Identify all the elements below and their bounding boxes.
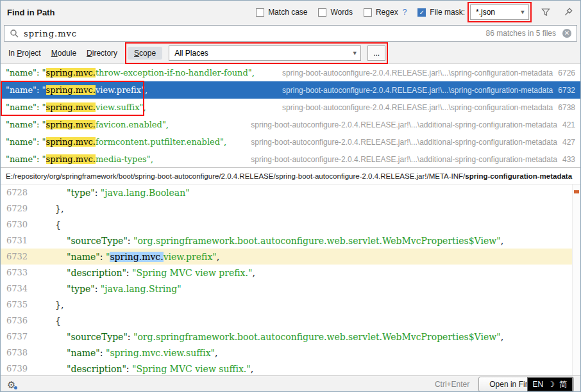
code-line[interactable]: 6734"type": "java.lang.String" [1, 281, 580, 297]
funnel-icon [541, 8, 550, 17]
scope-group: Scope All Places ▼ ... [128, 45, 385, 61]
scope-browse-button[interactable]: ... [367, 45, 385, 61]
scope-combobox[interactable]: All Places ▼ [169, 45, 361, 61]
result-file-path: spring-boot-autoconfigure-2.0.4.RELEASE.… [251, 138, 557, 147]
match-highlight: spring.mvc. [46, 137, 96, 147]
code-line[interactable]: 6736{ [1, 313, 580, 329]
match-case-checkbox[interactable]: ✓ Match case [256, 8, 307, 17]
result-line-number: 433 [562, 155, 575, 164]
file-mask-checkbox-box[interactable]: ✓ [417, 8, 426, 17]
scope-tab-module[interactable]: Module [51, 49, 76, 58]
page-title: Find in Path [7, 8, 55, 17]
code-text: "type": "java.lang.String" [38, 284, 181, 294]
line-number: 6735 [1, 300, 38, 309]
file-mask-annotation-wrap: *.json ▼ [470, 4, 529, 20]
ime-language: EN [533, 380, 544, 389]
file-mask-combobox[interactable]: *.json ▼ [470, 4, 529, 20]
regex-checkbox[interactable]: ✓ Regex ? [364, 8, 407, 17]
code-text: { [38, 220, 61, 230]
match-case-label: Match case [268, 8, 307, 17]
search-icon[interactable] [10, 29, 19, 38]
code-line[interactable]: 6733"description": "Spring MVC view pref… [1, 265, 580, 281]
chevron-down-icon[interactable]: ▼ [517, 9, 528, 15]
results-list: "name": "spring.mvc.throw-exception-if-n… [1, 63, 580, 167]
scope-selected-slot: Scope [128, 47, 162, 60]
line-number: 6736 [1, 316, 38, 325]
code-line[interactable]: 6732"name": "spring.mvc.view.prefix", [1, 249, 580, 265]
code-line[interactable]: 6728"type": "java.lang.Boolean" [1, 184, 580, 200]
regex-help-link[interactable]: ? [403, 8, 407, 17]
result-line-number: 6738 [558, 103, 575, 112]
clear-search-button[interactable]: ✕ [562, 29, 571, 38]
code-text: { [38, 316, 61, 326]
code-line[interactable]: 6735}, [1, 297, 580, 313]
line-number: 6728 [1, 188, 38, 197]
error-stripe-mark[interactable] [574, 190, 579, 193]
status-bar: ⚙ Ctrl+Enter Open in Find Window EN ☽ 简 [1, 375, 580, 392]
result-row[interactable]: "name": "spring.mvc.formcontent.putfilte… [1, 133, 580, 151]
match-highlight: spring.mvc. [46, 68, 96, 78]
code-text: "name": "spring.mvc.view.suffix", [38, 348, 218, 358]
result-line-number: 427 [562, 138, 575, 147]
shortcut-hint: Ctrl+Enter [435, 380, 469, 389]
match-highlight: spring.mvc. [46, 154, 96, 164]
scope-tab-in-project[interactable]: In Project [8, 49, 41, 58]
editor-scrollbar[interactable] [572, 184, 580, 375]
code-line[interactable]: 6731"sourceType": "org.springframework.b… [1, 233, 580, 249]
result-snippet: "name": "spring.mvc.formcontent.putfilte… [6, 137, 226, 147]
file-mask-label: File mask: [430, 8, 465, 17]
code-text: }, [38, 204, 63, 214]
words-checkbox[interactable]: ✓ Words [318, 8, 352, 17]
search-input[interactable]: spring.mvc 86 matches in 5 files ✕ [4, 25, 577, 42]
result-snippet: "name": "spring.mvc.view.suffix", [6, 102, 146, 112]
code-text: "sourceType": "org.springframework.boot.… [38, 236, 503, 246]
gear-icon[interactable]: ⚙ [7, 380, 15, 389]
result-row[interactable]: "name": "spring.mvc.favicon.enabled",spr… [1, 116, 580, 133]
result-line-number: 6732 [558, 86, 575, 95]
breadcrumb[interactable]: E:/repository/org/springframework/boot/s… [1, 167, 580, 184]
result-row[interactable]: "name": "spring.mvc.view.suffix",spring-… [1, 99, 580, 116]
find-in-path-dialog: Find in Path ✓ Match case ✓ Words ✓ Rege… [0, 0, 581, 392]
result-line-number: 421 [562, 120, 575, 129]
result-file-path: spring-boot-autoconfigure-2.0.4.RELEASE.… [282, 69, 553, 78]
filter-button[interactable] [540, 6, 552, 18]
scope-tab-directory[interactable]: Directory [87, 49, 117, 58]
breadcrumb-path: E:/repository/org/springframework/boot/s… [6, 172, 465, 180]
result-snippet: "name": "spring.mvc.view.prefix", [6, 85, 147, 95]
code-line[interactable]: 6730{ [1, 216, 580, 233]
code-line[interactable]: 6738"name": "spring.mvc.view.suffix", [1, 345, 580, 361]
result-row[interactable]: "name": "spring.mvc.throw-exception-if-n… [1, 64, 580, 81]
words-checkbox-box[interactable]: ✓ [318, 8, 326, 17]
code-line[interactable]: 6739"description": "Spring MVC view suff… [1, 361, 580, 375]
scope-tab-scope[interactable]: Scope [128, 47, 162, 60]
ime-indicator[interactable]: EN ☽ 简 [527, 377, 573, 391]
line-number: 6732 [1, 252, 38, 261]
code-line[interactable]: 6729}, [1, 200, 580, 216]
code-text: }, [38, 300, 63, 310]
result-snippet: "name": "spring.mvc.media-types", [6, 154, 153, 164]
search-options: ✓ Match case ✓ Words ✓ Regex ? ✓ File ma… [256, 4, 574, 20]
line-number: 6739 [1, 364, 38, 373]
line-number: 6737 [1, 332, 38, 341]
regex-checkbox-box[interactable]: ✓ [364, 8, 372, 17]
line-number: 6733 [1, 268, 38, 277]
code-preview-editor[interactable]: 6728"type": "java.lang.Boolean"6729},673… [1, 184, 580, 375]
match-highlight: spring.mvc. [46, 120, 96, 129]
line-number: 6738 [1, 348, 38, 357]
code-text: "description": "Spring MVC view prefix."… [38, 268, 255, 278]
pin-button[interactable] [562, 6, 574, 18]
match-case-checkbox-box[interactable]: ✓ [256, 8, 264, 17]
code-line[interactable]: 6737"sourceType": "org.springframework.b… [1, 329, 580, 345]
result-line-number: 6726 [558, 69, 575, 78]
result-file-path: spring-boot-autoconfigure-2.0.4.RELEASE.… [282, 103, 553, 112]
topbar: Find in Path ✓ Match case ✓ Words ✓ Rege… [1, 1, 580, 24]
breadcrumb-file: spring-configuration-metadata [465, 172, 572, 180]
search-query: spring.mvc [24, 29, 77, 38]
chevron-down-icon[interactable]: ▼ [349, 50, 360, 56]
line-number: 6730 [1, 220, 38, 229]
file-mask-checkbox[interactable]: ✓ File mask: [417, 8, 465, 17]
result-row[interactable]: "name": "spring.mvc.media-types",spring-… [1, 151, 580, 167]
result-row[interactable]: "name": "spring.mvc.view.prefix",spring-… [1, 81, 580, 99]
line-number: 6734 [1, 284, 38, 293]
code-text: "name": "spring.mvc.view.prefix", [38, 252, 219, 262]
